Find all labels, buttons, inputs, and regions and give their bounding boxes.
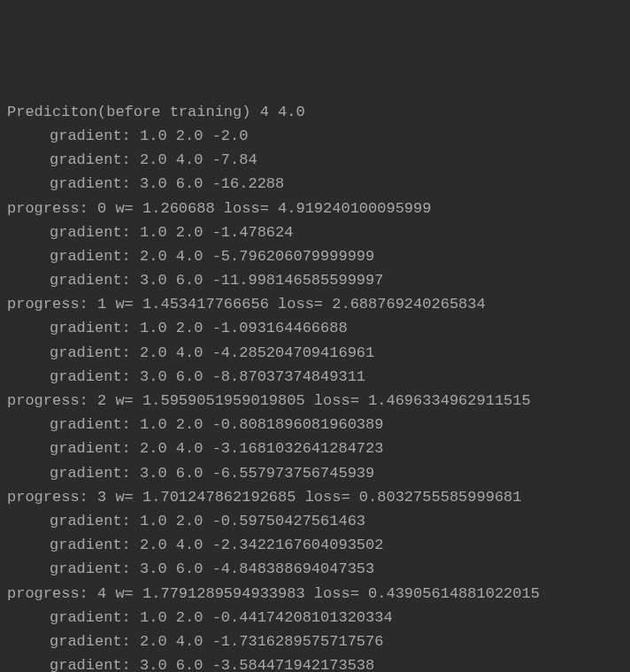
gradient-line: gradient: 3.0 6.0 -6.557973756745939 — [7, 461, 623, 485]
gradient-line: gradient: 1.0 2.0 -1.478624 — [7, 220, 623, 244]
gradient-line: gradient: 1.0 2.0 -2.0 — [7, 124, 623, 148]
terminal-output: Prediciton(before training) 4 4.0gradien… — [7, 100, 623, 672]
gradient-line: gradient: 2.0 4.0 -2.3422167604093502 — [7, 533, 623, 557]
gradient-line: gradient: 2.0 4.0 -7.84 — [7, 148, 623, 172]
progress-line: progress: 4 w= 1.7791289594933983 loss= … — [7, 582, 623, 606]
progress-line: progress: 3 w= 1.701247862192685 loss= 0… — [7, 485, 623, 509]
gradient-line: gradient: 1.0 2.0 -0.59750427561463 — [7, 509, 623, 533]
gradient-line: gradient: 3.0 6.0 -4.848388694047353 — [7, 557, 623, 581]
progress-line: progress: 2 w= 1.5959051959019805 loss= … — [7, 389, 623, 413]
gradient-line: gradient: 3.0 6.0 -16.2288 — [7, 172, 623, 196]
progress-line: progress: 0 w= 1.260688 loss= 4.91924010… — [7, 197, 623, 220]
gradient-line: gradient: 2.0 4.0 -5.796206079999999 — [7, 244, 623, 268]
progress-line: Prediciton(before training) 4 4.0 — [7, 100, 623, 124]
progress-line: progress: 1 w= 1.453417766656 loss= 2.68… — [7, 292, 623, 316]
gradient-line: gradient: 1.0 2.0 -0.44174208101320334 — [7, 606, 623, 630]
gradient-line: gradient: 3.0 6.0 -11.998146585599997 — [7, 268, 623, 292]
gradient-line: gradient: 3.0 6.0 -8.87037374849311 — [7, 365, 623, 389]
gradient-line: gradient: 1.0 2.0 -1.093164466688 — [7, 316, 623, 340]
gradient-line: gradient: 1.0 2.0 -0.8081896081960389 — [7, 413, 623, 436]
gradient-line: gradient: 3.0 6.0 -3.584471942173538 — [7, 653, 623, 672]
gradient-line: gradient: 2.0 4.0 -1.7316289575717576 — [7, 630, 623, 653]
gradient-line: gradient: 2.0 4.0 -3.1681032641284723 — [7, 436, 623, 460]
gradient-line: gradient: 2.0 4.0 -4.285204709416961 — [7, 341, 623, 365]
